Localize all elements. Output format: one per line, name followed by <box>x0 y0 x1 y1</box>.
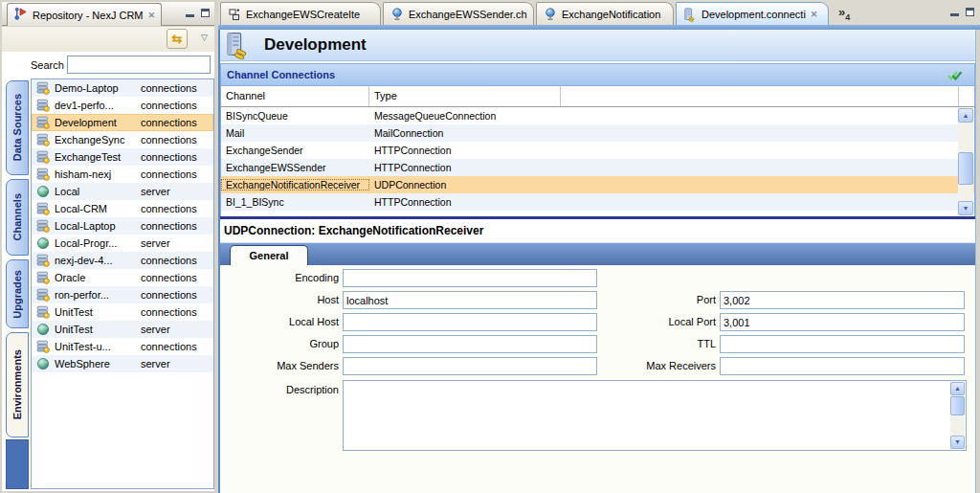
table-row-exchangesender[interactable]: ExchangeSenderHTTPConnection <box>221 142 974 159</box>
local-port-field[interactable] <box>720 313 965 331</box>
cell-channel: ExchangeEWSSender <box>221 162 369 173</box>
connections-icon <box>36 254 50 267</box>
cell-channel: ExchangeSender <box>221 145 369 156</box>
form-row-encoding: Encoding <box>220 269 975 288</box>
tree-item-name: Local-Progr... <box>55 237 140 249</box>
tree-item-hisham-nexj[interactable]: hisham-nexjconnections <box>32 166 213 183</box>
tree-item-type: connections <box>141 82 197 94</box>
tree-item-local[interactable]: Localserver <box>32 183 213 200</box>
editor-minimize-button[interactable] <box>950 8 959 16</box>
scroll-down-icon[interactable]: ▼ <box>958 201 973 215</box>
cell-type: UDPConnection <box>369 179 974 190</box>
tree-item-type: connections <box>141 203 197 214</box>
editor-tabbar: ExchangeEWSCreateIteExchangeEWSSender.ch… <box>218 0 980 25</box>
tree-item-unittest[interactable]: UnitTestconnections <box>32 303 213 321</box>
description-scrollbar-thumb[interactable] <box>950 396 965 415</box>
channel-connections-title: Channel Connections <box>227 69 335 80</box>
table-row-mail[interactable]: MailMailConnection <box>221 124 974 142</box>
tab-close-icon[interactable]: ✕ <box>811 10 818 19</box>
search-label: Search <box>31 59 64 71</box>
description-scrollbar[interactable]: ▲ ▼ <box>950 382 965 449</box>
view-close-icon[interactable]: ✕ <box>148 11 156 20</box>
udp-connection-form: Description ▲ ▼ EncodingHostLocal HostGr… <box>220 265 975 493</box>
tree-item-demo-laptop[interactable]: Demo-Laptopconnections <box>32 79 213 97</box>
tree-item-exchangesync[interactable]: ExchangeSyncconnections <box>32 131 213 148</box>
tree-item-type: connections <box>141 255 197 266</box>
server-icon <box>36 236 50 250</box>
tree-item-name: ron-perfor... <box>55 289 140 301</box>
tree-item-local-crm[interactable]: Local-CRMconnections <box>32 200 213 217</box>
tree-item-development[interactable]: Developmentconnections <box>32 114 213 131</box>
table-row-bi-1-bisync[interactable]: BI_1_BISyncHTTPConnection <box>221 193 974 211</box>
cell-type: HTTPConnection <box>369 196 974 208</box>
server-icon <box>36 185 50 198</box>
encoding-field[interactable] <box>343 269 597 287</box>
sidebar-tab-environments[interactable]: Environments <box>6 332 29 437</box>
editor-tab-exchangenotification[interactable]: ExchangeNotification <box>536 2 674 25</box>
tab-general[interactable]: General <box>230 245 308 266</box>
search-input[interactable] <box>67 56 211 74</box>
tree-item-name: ExchangeSync <box>55 134 140 146</box>
table-scrollbar-thumb[interactable] <box>958 152 973 185</box>
tab-overflow-chevron[interactable]: »4 <box>838 5 850 22</box>
editor-tab-exchangeewscreateite[interactable]: ExchangeEWSCreateIte <box>220 2 381 25</box>
tree-item-name: Demo-Laptop <box>55 82 140 94</box>
tree-item-name: UnitTest <box>55 306 140 318</box>
sidebar-tab-channels[interactable]: Channels <box>6 179 29 256</box>
tree-item-type: connections <box>141 168 197 180</box>
validate-check-icon[interactable] <box>947 69 964 83</box>
editor-tab-label: ExchangeNotification <box>562 9 660 20</box>
column-header-empty[interactable] <box>561 86 959 106</box>
column-header-type[interactable]: Type <box>369 86 561 106</box>
tree-item-nexj-dev-4-[interactable]: nexj-dev-4...connections <box>32 252 213 269</box>
field-label: TTL <box>607 338 716 349</box>
ttl-field[interactable] <box>720 335 965 353</box>
development-editor: Development Channel Connections Channel … <box>218 30 976 493</box>
tree-item-type: server <box>141 358 170 370</box>
cell-channel: BISyncQueue <box>221 110 369 122</box>
tree-item-ron-perfor-[interactable]: ron-perfor...connections <box>32 286 213 303</box>
view-menu-chevron-icon[interactable]: ▽ <box>201 33 208 42</box>
port-field[interactable] <box>720 291 965 309</box>
channel-globe-icon <box>544 8 557 21</box>
tree-item-type: connections <box>141 306 197 318</box>
sidebar-tab-data-sources[interactable]: Data Sources <box>6 80 29 175</box>
sidebar-tab-strip-filler <box>6 439 29 489</box>
editor-tab-development-connecti[interactable]: Development.connecti✕ <box>676 2 829 25</box>
editor-tab-label: ExchangeEWSCreateIte <box>246 9 360 20</box>
tree-item-local-laptop[interactable]: Local-Laptopconnections <box>32 217 213 235</box>
connections-icon <box>36 168 50 181</box>
scroll-up-icon[interactable]: ▲ <box>958 108 973 123</box>
table-row-exchangenotificationreceiver[interactable]: ExchangeNotificationReceiverUDPConnectio… <box>221 176 974 193</box>
server-icon <box>36 323 50 336</box>
table-scrollbar[interactable]: ▲ ▼ <box>958 108 973 215</box>
page-title: Development <box>264 35 367 55</box>
table-row-bisyncqueue[interactable]: BISyncQueueMessageQueueConnection <box>221 107 974 124</box>
sidebar-tab-upgrades[interactable]: Upgrades <box>6 259 29 328</box>
repository-view-tab[interactable]: Repository - NexJ CRM ✕ <box>7 3 162 26</box>
repository-icon <box>13 7 28 23</box>
tree-item-dev1-perfo-[interactable]: dev1-perfo...connections <box>32 97 213 114</box>
column-header-channel[interactable]: Channel <box>221 86 369 106</box>
table-row-exchangeewssender[interactable]: ExchangeEWSSenderHTTPConnection <box>221 159 974 176</box>
connections-icon <box>36 288 50 302</box>
scroll-down-icon[interactable]: ▼ <box>950 436 965 449</box>
editor-maximize-button[interactable] <box>966 8 974 16</box>
tree-item-local-progr-[interactable]: Local-Progr...server <box>32 235 213 252</box>
scroll-up-icon[interactable]: ▲ <box>950 382 965 395</box>
tree-item-name: Local-CRM <box>55 203 140 214</box>
channel-globe-icon <box>390 8 404 21</box>
max-receivers-field[interactable] <box>720 357 965 375</box>
field-label: Local Port <box>607 316 716 327</box>
tree-item-unittest[interactable]: UnitTestserver <box>32 321 213 338</box>
view-maximize-button[interactable] <box>201 9 210 17</box>
tree-item-unittest-u-[interactable]: UnitTest-u...connections <box>32 338 213 355</box>
editor-tab-exchangeewssender-ch[interactable]: ExchangeEWSSender.ch <box>383 2 534 25</box>
tree-item-exchangetest[interactable]: ExchangeTestconnections <box>32 148 213 166</box>
editor-tab-label: ExchangeEWSSender.ch <box>409 9 527 20</box>
link-with-editor-button[interactable]: ⇆ <box>167 29 188 49</box>
view-minimize-button[interactable] <box>186 9 194 17</box>
tree-item-websphere[interactable]: WebSphereserver <box>32 355 213 372</box>
tree-item-oracle[interactable]: Oracleconnections <box>32 269 213 286</box>
description-textarea[interactable]: ▲ ▼ <box>343 380 967 451</box>
